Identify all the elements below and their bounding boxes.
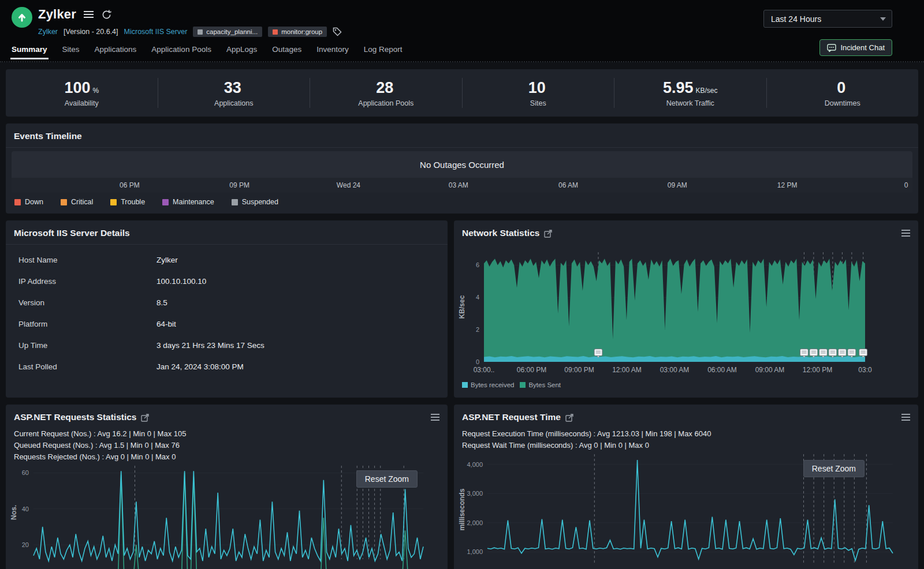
legend-label: Down [25,198,43,206]
legend-label: Critical [71,198,93,206]
stat-value: 33 [224,79,241,96]
monitor-status-icon [12,7,32,28]
stat-label: Applications [158,99,310,107]
time-range-dropdown[interactable]: Last 24 Hours [763,10,892,28]
legend-label: Maintenance [173,198,214,206]
svg-text:3,000: 3,000 [467,490,483,497]
detail-label: Host Name [18,256,157,264]
stat-label: Network Traffic [614,99,766,107]
time-range-value: Last 24 Hours [771,14,821,24]
svg-text:03:00..: 03:00.. [474,366,495,374]
stat-application-pools: 28 Application Pools [310,79,462,107]
requests-rejected-stats: Requests Rejected (Nos.) : Avg 0 | Min 0… [14,452,439,461]
detail-value: Zylker [157,256,178,264]
legend-swatch [162,199,169,205]
legend-swatch [110,199,117,205]
refresh-icon[interactable] [101,9,112,20]
panel-menu-icon[interactable] [901,230,910,237]
svg-text:0: 0 [476,358,479,365]
tab-applications[interactable]: Applications [95,45,137,59]
svg-text:KB/sec: KB/sec [458,295,466,319]
expand-chart-icon[interactable] [141,413,150,422]
page-title: Zylker [38,7,76,22]
hamburger-menu-icon[interactable] [83,10,94,18]
expand-chart-icon[interactable] [565,413,574,422]
legend-item-maintenance: Maintenance [162,198,214,206]
aspnet-requests-title: ASP.NET Requests Statistics [14,412,136,422]
detail-value: 64-bit [157,320,176,328]
legend-label: Suspended [242,198,278,206]
tag-color-swatch [273,29,278,35]
tab-log-report[interactable]: Log Report [364,45,403,59]
tag-icon[interactable] [333,27,342,36]
axis-tick-label: 03 AM [449,181,468,189]
incident-chat-button[interactable]: Incident Chat [819,39,892,56]
network-statistics-title: Network Statistics [462,228,539,238]
legend-swatch [61,199,67,205]
legend-label: Trouble [121,198,145,206]
detail-row-version: Version8.5 [6,292,448,313]
tab-applogs[interactable]: AppLogs [226,45,257,59]
stat-value: 0 [837,79,845,96]
stat-label: Application Pools [310,99,462,107]
request-execution-time-stats: Request Execution Time (milliseconds) : … [462,429,910,438]
tab-inventory[interactable]: Inventory [316,45,349,59]
detail-label: Platform [18,320,157,328]
axis-tick-label: 09 AM [668,181,687,189]
detail-value: 3 days 21 Hrs 23 Mins 17 Secs [157,341,264,350]
tab-application-pools[interactable]: Application Pools [151,45,211,59]
incident-chat-label: Incident Chat [840,43,885,52]
network-statistics-panel: Network Statistics 024603:00..06:00 PM09… [454,220,918,398]
tab-summary[interactable]: Summary [12,45,47,59]
detail-row-host-name: Host NameZylker [6,249,448,271]
legend-item-suspended: Suspended [232,198,278,206]
detail-row-platform: Platform64-bit [6,313,448,335]
no-outages-message: No Outages Occurred [420,160,504,170]
tag-chip-monitor-group[interactable]: monitor:group [268,27,327,37]
expand-chart-icon[interactable] [544,229,553,238]
svg-text:09:00 AM: 09:00 AM [755,366,785,374]
tag-chip-capacity[interactable]: capacity_planni... [193,27,262,37]
reset-zoom-button[interactable]: Reset Zoom [803,460,865,477]
axis-tick-label: 12 PM [777,181,798,189]
legend-item-bytes-sent: Bytes Sent [520,381,561,388]
legend-swatch [462,382,468,388]
stat-value: 5.95 [663,79,694,96]
reset-zoom-button[interactable]: Reset Zoom [356,470,418,488]
detail-label: Version [18,298,157,307]
queued-request-stats: Queued Request (Nos.) : Avg 1.5 | Min 0 … [14,441,439,450]
stat-label: Availability [6,99,158,107]
events-timeline-panel: Events Timeline No Outages Occurred 06 P… [6,123,918,214]
legend-label: Bytes received [471,381,514,388]
legend-item-critical: Critical [61,198,93,206]
breadcrumb-monitor-link[interactable]: Zylker [38,28,58,36]
detail-row-up-time: Up Time3 days 21 Hrs 23 Mins 17 Secs [6,335,448,356]
stat-value: 100 [64,79,90,96]
detail-label: Up Time [18,341,157,350]
stat-value: 28 [376,79,393,96]
svg-text:06:00 PM: 06:00 PM [517,366,546,374]
network-traffic-chart[interactable]: 024603:00..06:00 PM09:00 PM12:00 AM03:00… [454,244,904,377]
svg-text:12:00 AM: 12:00 AM [612,366,642,374]
tab-sites[interactable]: Sites [62,45,80,59]
current-request-stats: Current Request (Nos.) : Avg 16.2 | Min … [14,429,439,438]
panel-menu-icon[interactable] [901,414,910,421]
stat-sites: 10 Sites [463,79,614,107]
axis-tick-label: 06 AM [558,181,578,189]
legend-item-trouble: Trouble [110,198,145,206]
svg-text:Nos.: Nos. [10,505,18,520]
tab-outages[interactable]: Outages [272,45,301,59]
chevron-down-icon [880,17,886,21]
aspnet-request-time-title: ASP.NET Request Time [462,412,561,422]
legend-item-bytes-received: Bytes received [462,381,514,388]
aspnet-request-time-panel: ASP.NET Request Time Request Execution T… [454,405,918,569]
axis-tick-label: Wed 24 [337,181,360,189]
outage-timeline-band: No Outages Occurred [12,151,912,178]
svg-text:20: 20 [22,541,29,548]
detail-value: 100.10.100.10 [157,277,206,286]
panel-menu-icon[interactable] [431,414,439,421]
svg-text:2: 2 [476,326,479,333]
axis-tick-label: 06 PM [120,181,140,189]
svg-text:03:0: 03:0 [858,366,872,374]
breadcrumb-type-link[interactable]: Microsoft IIS Server [124,28,188,36]
